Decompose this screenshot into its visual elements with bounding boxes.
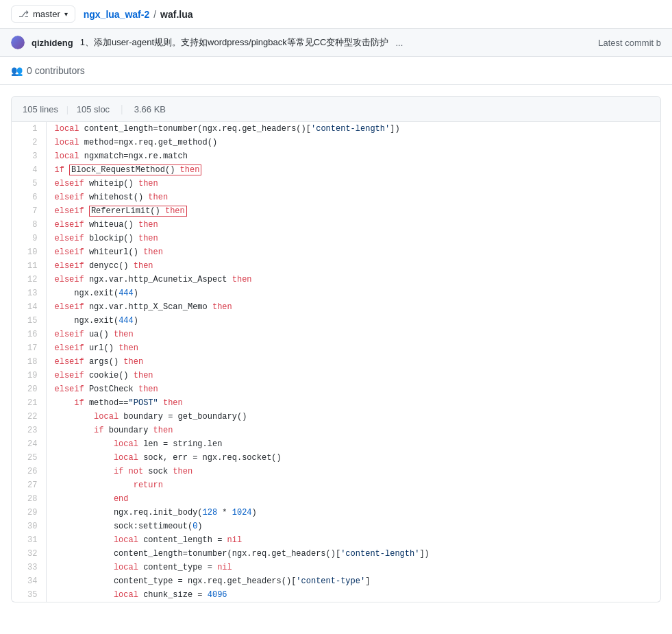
line-number: 18	[12, 355, 46, 369]
commit-info-left: qizhideng 1、添加user-agent规则。支持如wordpress/…	[11, 36, 403, 49]
line-code: content_length=tonumber(ngx.req.get_head…	[46, 547, 660, 561]
line-number: 19	[12, 369, 46, 382]
line-code: ngx.req.init_body(128 * 1024)	[46, 506, 660, 520]
line-code: elseif url() then	[46, 341, 660, 355]
contributors-icon: 👥	[11, 65, 23, 76]
line-number: 28	[12, 492, 46, 506]
line-code: local len = string.len	[46, 437, 660, 451]
breadcrumb-separator: /	[153, 9, 156, 20]
file-info-bar: 105 lines | 105 sloc | 3.66 KB	[11, 96, 661, 122]
file-name: waf.lua	[160, 9, 192, 20]
avatar	[11, 36, 25, 49]
table-row: 24 local len = string.len	[12, 437, 660, 451]
line-number: 29	[12, 506, 46, 520]
table-row: 6elseif whitehost() then	[12, 191, 660, 204]
table-row: 10elseif whiteurl() then	[12, 245, 660, 259]
top-bar: ⎇ master ▾ ngx_lua_waf-2 / waf.lua	[0, 0, 672, 29]
line-number: 15	[12, 314, 46, 328]
line-code: local content_length = nil	[46, 533, 660, 547]
table-row: 1local content_length=tonumber(ngx.req.g…	[12, 122, 660, 136]
line-number: 26	[12, 465, 46, 478]
table-row: 29 ngx.req.init_body(128 * 1024)	[12, 506, 660, 520]
line-code: elseif whiteurl() then	[46, 245, 660, 259]
table-row: 7elseif RefererLimit() then	[12, 204, 660, 218]
line-number: 3	[12, 149, 46, 163]
table-row: 35 local chunk_size = 4096	[12, 588, 660, 602]
breadcrumb: ngx_lua_waf-2 / waf.lua	[84, 9, 193, 20]
table-row: 33 local content_type = nil	[12, 561, 660, 574]
line-code: elseif denycc() then	[46, 259, 660, 273]
line-number: 2	[12, 136, 46, 149]
line-code: if not sock then	[46, 465, 660, 478]
line-code: local content_type = nil	[46, 561, 660, 574]
table-row: 11elseif denycc() then	[12, 259, 660, 273]
line-code: elseif args() then	[46, 355, 660, 369]
line-code: local ngxmatch=ngx.re.match	[46, 149, 660, 163]
line-number: 22	[12, 410, 46, 424]
table-row: 26 if not sock then	[12, 465, 660, 478]
line-code: if Block_RequestMethod() then	[46, 163, 660, 177]
line-number: 11	[12, 259, 46, 273]
contributors-bar: 👥 0 contributors	[0, 57, 672, 85]
commit-author[interactable]: qizhideng	[32, 38, 73, 48]
table-row: 17elseif url() then	[12, 341, 660, 355]
line-code: elseif RefererLimit() then	[46, 204, 660, 218]
table-row: 13 ngx.exit(444)	[12, 286, 660, 300]
line-number: 33	[12, 561, 46, 574]
table-row: 12elseif ngx.var.http_Acunetix_Aspect th…	[12, 273, 660, 286]
line-code: local content_length=tonumber(ngx.req.ge…	[46, 122, 660, 136]
branch-selector[interactable]: ⎇ master ▾	[11, 5, 75, 23]
code-container: 1local content_length=tonumber(ngx.req.g…	[11, 122, 661, 602]
line-number: 4	[12, 163, 46, 177]
table-row: 18elseif args() then	[12, 355, 660, 369]
line-number: 25	[12, 451, 46, 465]
commit-more: ...	[395, 38, 403, 48]
line-number: 9	[12, 232, 46, 245]
line-number: 10	[12, 245, 46, 259]
line-number: 30	[12, 520, 46, 533]
branch-icon: ⎇	[18, 9, 29, 19]
table-row: 3local ngxmatch=ngx.re.match	[12, 149, 660, 163]
line-code: ngx.exit(444)	[46, 314, 660, 328]
file-lines: 105 lines | 105 sloc	[23, 104, 110, 114]
line-code: elseif whitehost() then	[46, 191, 660, 204]
line-number: 20	[12, 382, 46, 396]
table-row: 27 return	[12, 478, 660, 492]
table-row: 30 sock:settimeout(0)	[12, 520, 660, 533]
line-number: 6	[12, 191, 46, 204]
line-code: if method=="POST" then	[46, 396, 660, 410]
line-number: 34	[12, 574, 46, 588]
table-row: 22 local boundary = get_boundary()	[12, 410, 660, 424]
table-row: 8elseif whiteua() then	[12, 218, 660, 232]
line-number: 12	[12, 273, 46, 286]
line-code: elseif cookie() then	[46, 369, 660, 382]
line-number: 5	[12, 177, 46, 191]
table-row: 15 ngx.exit(444)	[12, 314, 660, 328]
line-code: elseif ngx.var.http_Acunetix_Aspect then	[46, 273, 660, 286]
commit-hash[interactable]: Latest commit b	[598, 38, 661, 48]
commit-message: 1、添加user-agent规则。支持如wordpress/pingback等常…	[80, 36, 389, 49]
line-code: end	[46, 492, 660, 506]
code-table: 1local content_length=tonumber(ngx.req.g…	[12, 122, 660, 602]
line-code: local chunk_size = 4096	[46, 588, 660, 602]
line-code: sock:settimeout(0)	[46, 520, 660, 533]
line-code: return	[46, 478, 660, 492]
line-code: if boundary then	[46, 424, 660, 437]
table-row: 21 if method=="POST" then	[12, 396, 660, 410]
line-code: local sock, err = ngx.req.socket()	[46, 451, 660, 465]
commit-bar: qizhideng 1、添加user-agent规则。支持如wordpress/…	[0, 29, 672, 57]
line-code: elseif ua() then	[46, 328, 660, 341]
line-number: 32	[12, 547, 46, 561]
table-row: 20elseif PostCheck then	[12, 382, 660, 396]
table-row: 23 if boundary then	[12, 424, 660, 437]
line-number: 1	[12, 122, 46, 136]
table-row: 32 content_length=tonumber(ngx.req.get_h…	[12, 547, 660, 561]
line-code: local method=ngx.req.get_method()	[46, 136, 660, 149]
repo-link[interactable]: ngx_lua_waf-2	[84, 9, 149, 20]
line-number: 13	[12, 286, 46, 300]
table-row: 4if Block_RequestMethod() then	[12, 163, 660, 177]
line-number: 7	[12, 204, 46, 218]
branch-name: master	[33, 9, 60, 19]
file-size: 3.66 KB	[134, 104, 166, 114]
table-row: 19elseif cookie() then	[12, 369, 660, 382]
